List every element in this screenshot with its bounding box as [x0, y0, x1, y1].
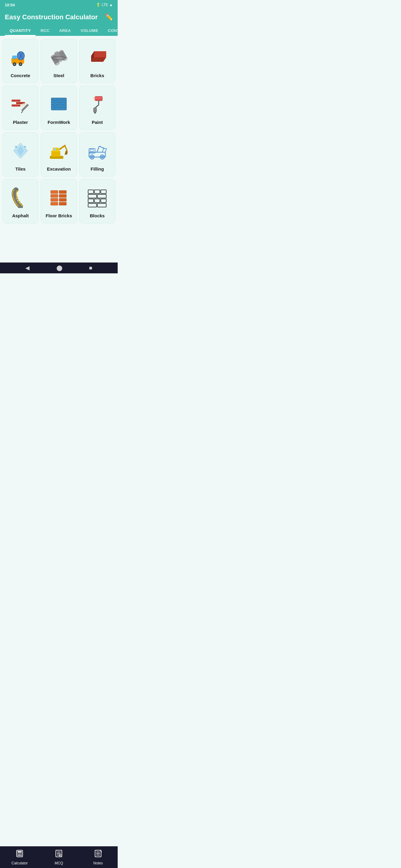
- android-nav-bar: ◀ ⬤ ■: [0, 262, 118, 273]
- svg-rect-70: [88, 199, 93, 203]
- svg-rect-30: [94, 97, 95, 100]
- svg-rect-58: [59, 190, 66, 193]
- header: Easy Construction Calculator ✏️ QUANTITY…: [0, 10, 118, 36]
- grid-item-plaster[interactable]: Plaster: [2, 86, 38, 130]
- svg-rect-23: [11, 99, 21, 102]
- asphalt-icon: [8, 185, 33, 210]
- grid-item-bricks[interactable]: Bricks: [79, 39, 115, 83]
- grid-item-paint[interactable]: Paint: [79, 86, 115, 130]
- tab-convers[interactable]: CONVERS...: [103, 25, 118, 36]
- concrete-icon: [8, 45, 33, 69]
- svg-rect-71: [94, 199, 100, 203]
- svg-rect-68: [88, 194, 96, 198]
- formwork-label: FormWork: [48, 120, 70, 125]
- svg-point-7: [13, 63, 16, 65]
- main-content: Concrete: [0, 36, 118, 262]
- status-bar: 10:54 🔋 LTE ▲: [0, 0, 118, 10]
- concrete-label: Concrete: [10, 73, 30, 78]
- svg-line-45: [60, 146, 65, 149]
- tiles-label: Tiles: [16, 166, 26, 172]
- tabs-container: QUANTITY RCC AREA VOLUME CONVERS...: [5, 25, 113, 36]
- tab-quantity[interactable]: QUANTITY: [5, 25, 36, 36]
- svg-rect-53: [90, 149, 93, 152]
- svg-rect-73: [88, 204, 96, 207]
- grid-item-floor-bricks[interactable]: Floor Bricks: [41, 179, 77, 223]
- svg-rect-61: [51, 198, 58, 201]
- svg-rect-66: [94, 190, 100, 193]
- grid-item-steel[interactable]: Steel: [41, 39, 77, 83]
- bricks-label: Bricks: [90, 73, 104, 78]
- blocks-icon: [85, 185, 109, 210]
- home-button[interactable]: ⬤: [56, 265, 62, 271]
- svg-line-27: [22, 111, 23, 113]
- svg-point-34: [94, 112, 96, 114]
- excavation-label: Excavation: [47, 166, 70, 172]
- svg-rect-44: [54, 148, 56, 150]
- status-time: 10:54: [5, 3, 15, 7]
- grid-item-formwork[interactable]: FormWork: [41, 86, 77, 130]
- tab-volume[interactable]: VOLUME: [76, 25, 103, 36]
- grid-item-blocks[interactable]: Blocks: [79, 179, 115, 223]
- grid-item-asphalt[interactable]: Asphalt: [2, 179, 38, 223]
- svg-line-54: [97, 146, 99, 152]
- grid-item-filling[interactable]: Filling: [79, 132, 115, 177]
- paint-icon: [85, 92, 109, 116]
- wifi-icon: ▲: [109, 3, 113, 7]
- svg-point-9: [20, 63, 22, 65]
- grid-item-excavation[interactable]: Excavation: [41, 132, 77, 177]
- steel-label: Steel: [53, 73, 64, 78]
- items-grid: Concrete: [2, 39, 115, 223]
- svg-rect-65: [88, 190, 93, 193]
- tiles-icon: [8, 138, 33, 163]
- svg-point-38: [15, 146, 17, 148]
- floor-bricks-icon: [47, 185, 71, 210]
- svg-rect-69: [97, 194, 106, 198]
- battery-icon: 🔋: [96, 3, 101, 7]
- svg-rect-62: [59, 198, 66, 201]
- steel-icon: [47, 45, 71, 69]
- svg-line-55: [99, 146, 105, 149]
- tab-rcc[interactable]: RCC: [36, 25, 54, 36]
- back-button[interactable]: ◀: [25, 265, 30, 271]
- svg-rect-25: [11, 104, 21, 107]
- svg-point-39: [24, 146, 26, 148]
- filling-icon: [85, 138, 109, 163]
- app-title: Easy Construction Calculator: [5, 13, 98, 21]
- bricks-icon: [85, 45, 109, 69]
- plaster-icon: [8, 92, 33, 116]
- svg-rect-2: [12, 56, 17, 59]
- svg-rect-59: [51, 194, 58, 197]
- tab-area[interactable]: AREA: [54, 25, 76, 36]
- status-icons: 🔋 LTE ▲: [96, 3, 113, 7]
- plaster-label: Plaster: [13, 120, 28, 125]
- paint-label: Paint: [92, 120, 103, 125]
- grid-item-concrete[interactable]: Concrete: [2, 39, 38, 83]
- blocks-label: Blocks: [90, 213, 105, 218]
- edit-icon[interactable]: ✏️: [105, 13, 113, 21]
- svg-rect-72: [101, 199, 106, 203]
- asphalt-label: Asphalt: [12, 213, 29, 218]
- svg-line-46: [65, 146, 67, 151]
- grid-item-tiles[interactable]: Tiles: [2, 132, 38, 177]
- floor-bricks-label: Floor Bricks: [46, 213, 72, 218]
- formwork-icon: [47, 92, 71, 116]
- svg-rect-64: [59, 202, 66, 205]
- svg-rect-57: [51, 190, 58, 193]
- svg-rect-67: [101, 190, 106, 193]
- svg-rect-35: [95, 99, 102, 101]
- svg-rect-63: [51, 202, 58, 205]
- excavation-icon: [47, 138, 71, 163]
- svg-rect-60: [59, 194, 66, 197]
- svg-marker-56: [102, 149, 107, 152]
- filling-label: Filling: [90, 166, 104, 172]
- recents-button[interactable]: ■: [89, 265, 92, 271]
- signal-icon: LTE: [102, 3, 108, 7]
- svg-rect-74: [97, 204, 106, 207]
- svg-marker-22: [94, 51, 106, 57]
